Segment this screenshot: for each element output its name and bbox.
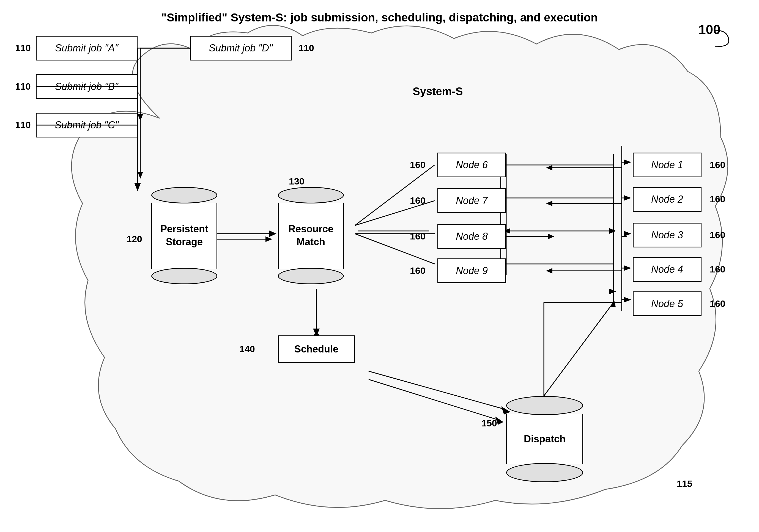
ref-140: 140 [239, 344, 255, 355]
ref-130: 130 [289, 176, 304, 187]
svg-marker-27 [609, 289, 616, 294]
node-6-box: Node 6 [437, 153, 506, 177]
ref-160-n2: 160 [710, 194, 725, 205]
svg-marker-60 [548, 234, 554, 239]
ref-160-n1: 160 [710, 160, 725, 170]
node-2-box: Node 2 [633, 187, 701, 212]
ref-160-n9: 160 [410, 265, 425, 276]
dispatch-label: Dispatch [524, 433, 566, 445]
svg-marker-29 [610, 301, 616, 307]
svg-marker-58 [546, 201, 552, 206]
svg-marker-1 [138, 114, 143, 121]
page-title: "Simplified" System-S: job submission, s… [161, 11, 598, 24]
system-s-label: System-S [413, 85, 463, 97]
resource-match-label: ResourceMatch [288, 223, 334, 248]
svg-marker-41 [134, 183, 141, 191]
ref-115: 115 [677, 478, 693, 489]
resource-match: ResourceMatch [278, 187, 344, 284]
ref-110-c: 110 [15, 120, 31, 130]
persistent-storage-label: PersistentStorage [160, 223, 208, 248]
submit-job-c-box: Submit job "C" [36, 113, 138, 137]
ref-160-n8: 160 [410, 231, 425, 242]
svg-marker-5 [138, 172, 143, 179]
persistent-storage: PersistentStorage [151, 187, 217, 284]
submit-job-b-box: Submit job "B" [36, 74, 138, 99]
svg-marker-69 [624, 297, 631, 302]
ref-160-n5: 160 [710, 298, 725, 309]
svg-marker-7 [265, 237, 272, 242]
node-9-box: Node 9 [437, 258, 506, 283]
dispatch: Dispatch [506, 396, 583, 482]
svg-marker-68 [624, 265, 631, 271]
svg-marker-66 [624, 195, 631, 201]
fig-number-label: 100 [699, 22, 720, 37]
svg-marker-64 [624, 160, 631, 165]
ref-160-n4: 160 [710, 264, 725, 275]
submit-job-a-box: Submit job "A" [36, 36, 138, 60]
svg-line-10 [369, 379, 501, 421]
submit-job-d-box: Submit job "D" [190, 36, 292, 60]
schedule-box: Schedule [278, 335, 355, 363]
node-8-box: Node 8 [437, 224, 506, 249]
svg-line-28 [544, 302, 614, 396]
ref-160-n3: 160 [710, 230, 725, 240]
ref-110-d: 110 [299, 43, 314, 53]
ref-150: 150 [481, 418, 497, 429]
svg-line-46 [369, 371, 506, 410]
node-4-box: Node 4 [633, 257, 701, 282]
node-3-box: Node 3 [633, 223, 701, 247]
node-5-box: Node 5 [633, 291, 701, 316]
svg-marker-62 [546, 268, 552, 274]
ref-110-a: 110 [15, 43, 31, 53]
ref-110-b: 110 [15, 81, 31, 92]
ref-160-n7: 160 [410, 195, 425, 206]
diagram-container: "Simplified" System-S: job submission, s… [0, 0, 759, 532]
ref-160-n6: 160 [410, 160, 425, 170]
svg-marker-67 [624, 231, 631, 237]
svg-marker-56 [546, 165, 552, 171]
ref-120: 120 [127, 234, 142, 245]
svg-marker-26 [609, 228, 616, 234]
node-1-box: Node 1 [633, 153, 701, 177]
svg-marker-43 [269, 230, 276, 237]
node-7-box: Node 7 [437, 188, 506, 213]
